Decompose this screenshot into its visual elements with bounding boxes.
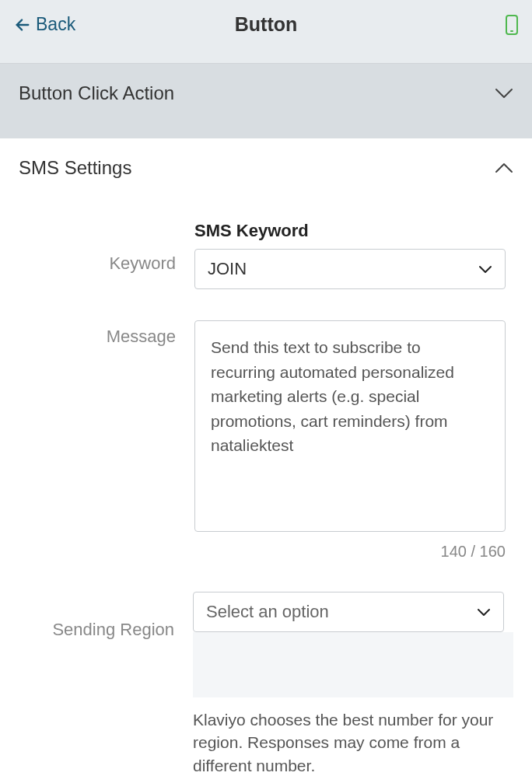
sms-settings-body: Keyword SMS Keyword JOIN Message 140 / 1… (0, 197, 532, 776)
sending-region-placeholder: Select an option (206, 602, 329, 622)
char-count: 140 / 160 (194, 543, 506, 561)
section-click-action[interactable]: Button Click Action (0, 64, 532, 138)
region-preview-box (193, 632, 513, 697)
message-label: Message (19, 320, 194, 347)
sending-region-select[interactable]: Select an option (193, 592, 504, 632)
arrow-left-icon (14, 16, 31, 33)
keyword-select[interactable]: JOIN (194, 249, 506, 289)
chevron-down-icon (477, 608, 491, 617)
phone-icon[interactable] (506, 15, 518, 35)
message-textarea[interactable] (194, 320, 506, 532)
back-button[interactable]: Back (14, 14, 75, 35)
keyword-sublabel: SMS Keyword (194, 221, 506, 241)
back-label: Back (36, 14, 75, 35)
section-title: Button Click Action (19, 82, 174, 104)
keyword-value: JOIN (208, 259, 247, 279)
chevron-up-icon (495, 163, 513, 173)
chevron-down-icon (495, 88, 513, 99)
header-bar: Back Button (0, 0, 532, 64)
chevron-down-icon (478, 265, 492, 274)
sending-region-label: Sending Region (19, 592, 193, 640)
sending-region-help: Klaviyo chooses the best number for your… (193, 708, 504, 776)
message-row: Message 140 / 160 (19, 320, 513, 561)
keyword-label: Keyword (19, 221, 194, 274)
section-title: SMS Settings (19, 157, 131, 179)
section-sms-settings[interactable]: SMS Settings (0, 138, 532, 197)
page-title: Button (235, 13, 298, 36)
keyword-row: Keyword SMS Keyword JOIN (19, 221, 513, 289)
sending-region-row: Sending Region Select an option Klaviyo … (19, 592, 513, 776)
